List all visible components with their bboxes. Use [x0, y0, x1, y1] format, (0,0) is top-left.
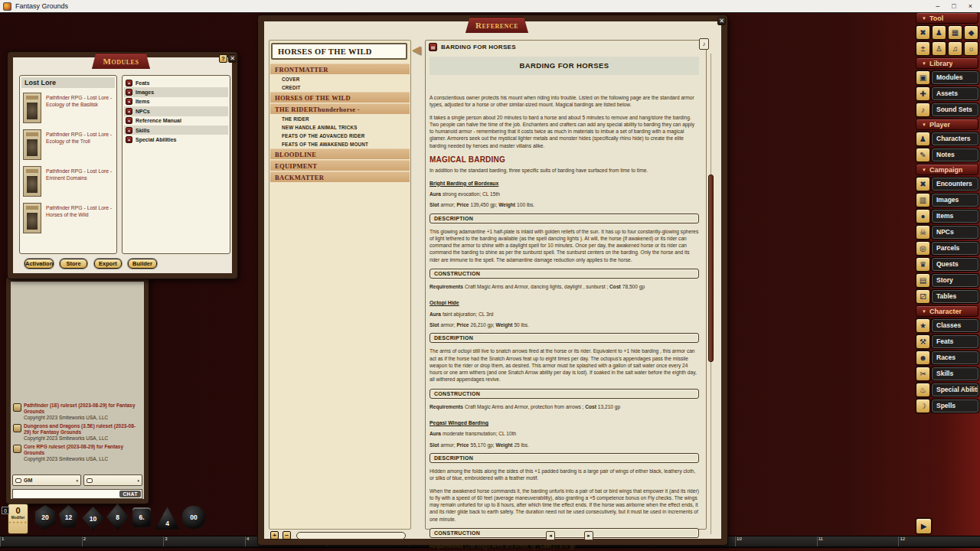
modifiers-icon[interactable]: ± [916, 41, 930, 56]
sidebar-header-player[interactable]: ▼ Player [916, 119, 978, 130]
sidebar-item-images[interactable]: ▥ Images [916, 193, 978, 207]
horizontal-scrollbar[interactable] [296, 532, 406, 540]
nav-frontmatter[interactable]: FRONTMATTER [270, 64, 410, 74]
module-cover-thumbnail [23, 129, 41, 160]
calendar-icon[interactable]: ▦ [948, 25, 962, 40]
nav-the-rider[interactable]: THE RIDER [270, 115, 410, 123]
module-horses-of-the-wild[interactable]: Pathfinder RPG - Lost Lore - Horses of t… [23, 203, 113, 235]
party-sheet-icon[interactable]: ♟ [932, 25, 946, 40]
nav-credit[interactable]: CREDIT [270, 83, 410, 92]
sidebar-header-library[interactable]: ▼ Library [916, 57, 978, 69]
nav-backmatter[interactable]: BACKMATTER [270, 171, 410, 182]
soundboard-icon[interactable]: ♫ [948, 41, 962, 56]
speaker-identity-select[interactable]: GM ▾ [12, 474, 81, 486]
sidebar-header-tool[interactable]: ▼ Tool [916, 12, 978, 24]
nav-feats-of-the-awakened-mount[interactable]: FEATS OF THE AWAKENED MOUNT [270, 140, 410, 148]
dice-tower-icon[interactable]: ◆ [964, 25, 978, 40]
sidebar-header-character[interactable]: ▼ Character [916, 305, 978, 317]
module-cover-thumbnail [23, 203, 41, 233]
modules-window-tab[interactable]: Modules [92, 53, 150, 69]
paragraph: This glowing adamantine +1 half-plate is… [430, 228, 699, 263]
combat-tracker-icon[interactable]: ✖ [916, 25, 930, 40]
sidebar-item-classes[interactable]: ★ Classes [916, 318, 978, 333]
options-gear-icon[interactable]: ☼ [964, 41, 978, 56]
sidebar-item-items[interactable]: ● Items [916, 209, 978, 223]
sidebar-item-npcs[interactable]: ☠ NPCs [916, 225, 978, 240]
sound-link-button[interactable]: ♪ [699, 38, 709, 50]
nav-the-rider-thunderhorse[interactable]: THE RIDERThunderhorse - [270, 103, 410, 114]
sidebar-item-modules[interactable]: ▣ Modules [916, 70, 978, 85]
play-button[interactable]: ▶ [916, 518, 932, 534]
sidebar-item-notes[interactable]: ✎ Notes [916, 148, 978, 162]
store-button[interactable]: Store [60, 259, 87, 269]
nav-cover[interactable]: COVER [270, 75, 410, 83]
zoom-in-button[interactable]: + [270, 531, 279, 540]
reference-close-button[interactable]: ✕ [717, 17, 726, 25]
sidebar-item-story[interactable]: ▤ Story [916, 273, 978, 288]
export-button[interactable]: Export [94, 259, 122, 269]
sidebar-item-special-abilities[interactable]: ♨ Special Abilitie [916, 383, 978, 397]
modules-close-button[interactable]: ✕ [228, 54, 237, 63]
category-skills[interactable]: ✦ Skills [124, 126, 228, 135]
category-special-abilities[interactable]: ✦ Special Abilities [124, 135, 228, 144]
page-back-button[interactable]: ◄ [546, 531, 555, 540]
nav-equipment[interactable]: EQUIPMENT [270, 160, 410, 171]
builder-button[interactable]: Builder [128, 259, 157, 269]
tokens-icon[interactable]: ♙ [932, 41, 946, 56]
help-button[interactable]: ? [219, 54, 227, 63]
sidebar-item-encounters[interactable]: ✖ Encounters [916, 177, 978, 191]
vertical-scrollbar-thumb[interactable] [708, 174, 714, 362]
nav-feats-of-the-advanced-rider[interactable]: FEATS OF THE ADVANCED RIDER [270, 132, 410, 140]
activation-button[interactable]: Activation [24, 259, 54, 269]
hotkey-slot[interactable]: 1 [0, 536, 82, 546]
nav-bloodline[interactable]: BLOODLINE [270, 148, 410, 159]
chat-input[interactable]: CHAT [12, 489, 142, 499]
hotkey-number: 4 [247, 536, 249, 541]
page-forward-button[interactable]: ► [584, 531, 593, 540]
sidebar-item-quests[interactable]: ♛ Quests [916, 257, 978, 272]
category-feats[interactable]: ✦ Feats [124, 78, 228, 87]
sidebar-item-feats[interactable]: ⚒ Feats [916, 334, 978, 349]
hotkey-slot[interactable]: 2 [82, 536, 164, 546]
module-eminent-domains[interactable]: Pathfinder RPG - Lost Lore - Eminent Dom… [23, 166, 113, 198]
category-reference-manual[interactable]: ✦ Reference Manual [124, 116, 228, 126]
sidebar-item-spells[interactable]: ☽ Spells [916, 399, 978, 413]
sidebar-item-parcels[interactable]: ◎ Parcels [916, 241, 978, 256]
minimize-button[interactable]: – [936, 2, 939, 10]
sidebar-item-races[interactable]: ☻ Races [916, 350, 978, 365]
chat-mode-select[interactable]: ▾ [83, 474, 142, 486]
zoom-out-button[interactable]: − [283, 531, 291, 540]
requirements-line: RequirementsCraft Magic Arms and Armor, … [430, 403, 699, 410]
category-images[interactable]: ✦ Images [124, 87, 228, 96]
hotkey-slot[interactable]: 10 [735, 536, 817, 546]
modifier-box[interactable]: 0 Modifier ★★★★★ [8, 504, 28, 534]
hotkey-slot[interactable]: 12 [898, 536, 980, 546]
die-d6[interactable]: 6. [132, 507, 151, 527]
sidebar-header-campaign[interactable]: ▼ Campaign [916, 164, 978, 175]
sidebar-item-label: NPCs [932, 226, 978, 239]
hotkey-slot[interactable]: 3 [163, 536, 245, 546]
module-ecology-of-the-basilisk[interactable]: Pathfinder RPG - Lost Lore - Ecology of … [23, 93, 113, 125]
close-button[interactable]: × [969, 2, 972, 10]
hotkey-slot[interactable]: 11 [817, 536, 899, 546]
sidebar-item-assets[interactable]: ✚ Assets [916, 86, 978, 101]
nav-new-handle-animal-tricks[interactable]: NEW HANDLE ANIMAL TRICKS [270, 123, 410, 132]
category-label: NPCs [136, 109, 150, 114]
category-items[interactable]: ✦ Items [124, 97, 228, 106]
sidebar-item-sound-sets[interactable]: ♪ Sound Sets [916, 103, 978, 117]
sidebar-item-label: Skills [932, 367, 978, 380]
record-type-icon: ✦ [126, 80, 132, 86]
sidebar-item-characters[interactable]: ♟ Characters [916, 132, 978, 146]
reference-window-tab[interactable]: Reference [466, 17, 528, 33]
sidebar-item-skills[interactable]: ✂ Skills [916, 367, 978, 381]
sidebar-item-tables[interactable]: ⚂ Tables [916, 289, 978, 304]
nav-horses-of-the-wild[interactable]: HORSES OF THE WILD [270, 92, 410, 103]
category-npcs[interactable]: ✦ NPCs [124, 106, 228, 116]
module-ecology-of-the-troll[interactable]: Pathfinder RPG - Lost Lore - Ecology of … [23, 129, 113, 161]
die-d100[interactable]: 00 [182, 506, 205, 529]
item-name: Octopi Hide [430, 299, 699, 306]
modifier-stack-badge[interactable]: 0 [2, 507, 9, 514]
collapse-nav-arrow-icon[interactable]: ◀ [412, 44, 421, 55]
maximize-button[interactable]: □ [952, 2, 956, 10]
sidebar-item-label: Player [929, 121, 950, 129]
